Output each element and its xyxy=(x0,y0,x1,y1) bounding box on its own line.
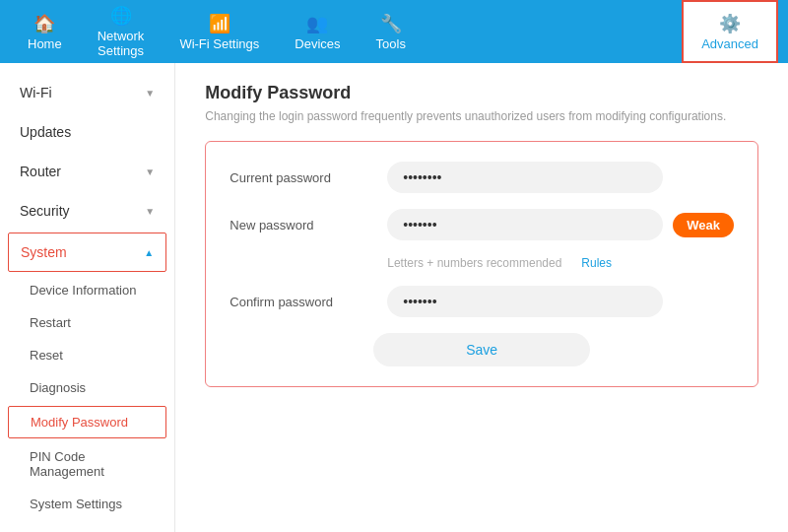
sidebar-system-label: System xyxy=(21,244,67,260)
sidebar-security-label: Security xyxy=(20,203,70,219)
sidebar-wifi-label: Wi-Fi xyxy=(20,85,52,100)
nav-wifi-settings[interactable]: 📶 Wi-Fi Settings xyxy=(162,0,277,63)
hint-text: Letters + numbers recommended xyxy=(387,256,561,270)
top-nav: 🏠 Home 🌐 NetworkSettings 📶 Wi-Fi Setting… xyxy=(0,0,788,63)
nav-network-settings[interactable]: 🌐 NetworkSettings xyxy=(80,0,163,63)
sidebar-item-diagnosis[interactable]: Diagnosis xyxy=(0,371,174,404)
confirm-password-row: Confirm password xyxy=(230,286,734,317)
save-button-row: Save xyxy=(230,333,734,366)
new-password-input-wrap: Weak xyxy=(387,209,734,240)
nav-network-label: NetworkSettings xyxy=(98,29,145,58)
advanced-icon: ⚙️ xyxy=(719,13,741,34)
nav-devices[interactable]: 👥 Devices xyxy=(277,0,358,63)
sidebar-item-device-information[interactable]: Device Information xyxy=(0,274,174,306)
nav-tools-label: Tools xyxy=(376,36,406,51)
modify-password-form: Current password New password Weak Lette… xyxy=(205,141,758,387)
new-password-label: New password xyxy=(230,218,387,233)
sidebar-router-label: Router xyxy=(20,164,61,179)
main-container: Wi-Fi ▼ Updates Router ▼ Security ▼ Syst… xyxy=(0,63,788,532)
current-password-input[interactable] xyxy=(387,162,663,193)
confirm-password-label: Confirm password xyxy=(230,295,387,309)
sidebar-item-router[interactable]: Router ▼ xyxy=(0,152,174,191)
new-password-row: New password Weak xyxy=(230,209,734,240)
sidebar-item-security[interactable]: Security ▼ xyxy=(0,191,174,231)
weak-badge: Weak xyxy=(673,213,734,237)
nav-tools[interactable]: 🔧 Tools xyxy=(359,0,424,63)
nav-wifi-label: Wi-Fi Settings xyxy=(179,36,259,51)
sidebar-item-restart[interactable]: Restart xyxy=(0,306,174,339)
confirm-password-input[interactable] xyxy=(387,286,663,317)
current-password-row: Current password xyxy=(230,162,734,193)
nav-advanced[interactable]: ⚙️ Advanced xyxy=(682,0,778,63)
sidebar-item-wifi[interactable]: Wi-Fi ▼ xyxy=(0,73,174,112)
security-arrow-icon: ▼ xyxy=(145,206,155,217)
sidebar-item-reset[interactable]: Reset xyxy=(0,339,174,371)
password-hint-row: Letters + numbers recommended Rules xyxy=(387,256,734,270)
sidebar-item-modify-password[interactable]: Modify Password xyxy=(8,406,166,438)
nav-devices-label: Devices xyxy=(295,36,340,51)
save-button[interactable]: Save xyxy=(373,333,590,366)
sidebar-item-system[interactable]: System ▲ xyxy=(8,233,166,272)
nav-home-label: Home xyxy=(28,36,62,51)
sidebar-item-pin-code-management[interactable]: PIN Code Management xyxy=(0,440,174,488)
sidebar-item-system-settings[interactable]: System Settings xyxy=(0,488,174,520)
new-password-input[interactable] xyxy=(387,209,663,240)
wifi-arrow-icon: ▼ xyxy=(145,88,155,99)
devices-icon: 👥 xyxy=(306,13,328,34)
router-arrow-icon: ▼ xyxy=(145,166,155,177)
rules-link[interactable]: Rules xyxy=(581,256,612,270)
system-arrow-icon: ▲ xyxy=(144,247,154,258)
nav-home[interactable]: 🏠 Home xyxy=(10,0,80,63)
current-password-input-wrap xyxy=(387,162,734,193)
tools-icon: 🔧 xyxy=(380,13,402,34)
sidebar-item-updates[interactable]: Updates xyxy=(0,112,174,152)
sidebar: Wi-Fi ▼ Updates Router ▼ Security ▼ Syst… xyxy=(0,63,175,532)
wifi-icon: 📶 xyxy=(209,13,230,34)
home-icon: 🏠 xyxy=(33,13,55,34)
current-password-label: Current password xyxy=(230,170,387,185)
sidebar-updates-label: Updates xyxy=(20,124,71,140)
confirm-password-input-wrap xyxy=(387,286,734,317)
content-area: Modify Password Changing the login passw… xyxy=(175,63,788,532)
nav-advanced-label: Advanced xyxy=(701,36,758,51)
network-icon: 🌐 xyxy=(110,5,132,27)
page-title: Modify Password xyxy=(205,83,758,103)
page-subtitle: Changing the login password frequently p… xyxy=(205,109,758,123)
